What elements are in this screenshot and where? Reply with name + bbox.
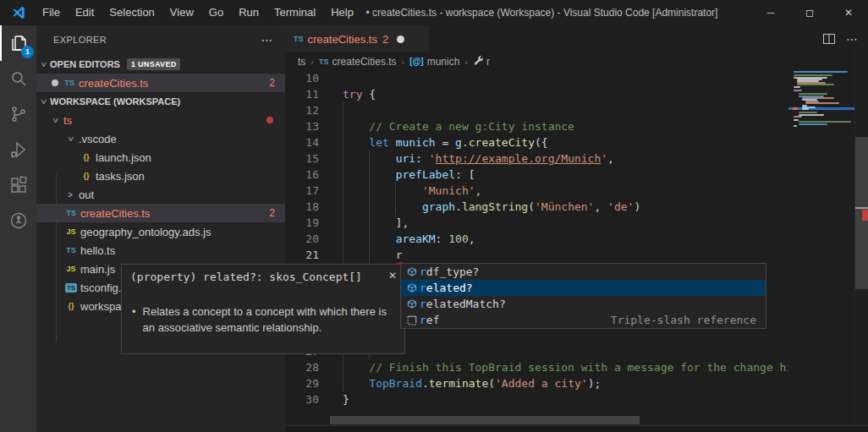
close-icon[interactable]: ✕ bbox=[388, 270, 397, 282]
horizontal-scrollbar-thumb[interactable] bbox=[330, 416, 640, 424]
code-text: ], bbox=[343, 215, 409, 231]
code-line-15[interactable]: 15 uri: 'http://example.org/Munich', bbox=[285, 150, 868, 167]
tree-item-tasks-json[interactable]: {}tasks.json bbox=[36, 167, 285, 185]
menu-go[interactable]: Go bbox=[201, 0, 231, 25]
tree-item-label: .vscode bbox=[79, 133, 117, 145]
code-line-12[interactable]: 12 bbox=[285, 102, 868, 118]
tree-item-createcities-ts[interactable]: TScreateCities.ts2 bbox=[36, 204, 285, 222]
tab-modified-dot[interactable] bbox=[397, 36, 404, 43]
problem-count: 2 bbox=[269, 207, 285, 219]
tree-item-out[interactable]: >out bbox=[36, 185, 285, 204]
code-line-29[interactable]: 29 TopBraid.terminate('Added a city'); bbox=[285, 375, 868, 391]
tab-problem-count: 2 bbox=[382, 33, 388, 46]
code-line-14[interactable]: 14 let munich = g.createCity({ bbox=[285, 134, 868, 150]
code-line-21[interactable]: 21 r bbox=[285, 247, 868, 263]
code-text: TopBraid.terminate('Added a city'); bbox=[343, 375, 601, 391]
menu-run[interactable]: Run bbox=[231, 0, 266, 25]
line-number: 11 bbox=[285, 86, 319, 102]
hover-signature: (property) related?: skos_Concept[] bbox=[122, 265, 404, 283]
tsconfig-file-icon: TS bbox=[63, 283, 79, 292]
menu-selection[interactable]: Selection bbox=[102, 0, 162, 25]
modified-dot-icon[interactable] bbox=[48, 79, 62, 86]
code-line-16[interactable]: 16 prefLabel: [ bbox=[285, 167, 868, 183]
breadcrumb-munich[interactable]: [@]munich bbox=[409, 56, 459, 68]
breadcrumb-ts[interactable]: ts bbox=[298, 56, 305, 68]
explorer-badge: 1 bbox=[21, 46, 34, 58]
overview-cursor-marker bbox=[855, 207, 868, 209]
ts-file-icon: TS bbox=[294, 35, 304, 43]
tree-item-ts[interactable]: >ts bbox=[36, 111, 285, 129]
code-line-11[interactable]: 11try { bbox=[285, 86, 868, 102]
tab-label: createCities.ts bbox=[308, 33, 377, 46]
code-text: 'Munich', bbox=[343, 183, 481, 199]
code-line-18[interactable]: 18 graph.langString('München', 'de') bbox=[285, 199, 868, 215]
suggest-item-related-[interactable]: related? bbox=[401, 280, 766, 296]
folder-error-dot bbox=[266, 117, 273, 123]
workspace-header[interactable]: > WORKSPACE (WORKSPACE) bbox=[36, 92, 285, 111]
maximize-button[interactable]: ◻ bbox=[790, 0, 829, 25]
line-number: 20 bbox=[285, 231, 319, 247]
suggest-label: relatedMatch? bbox=[420, 298, 506, 310]
code-line-19[interactable]: 19 ], bbox=[285, 215, 868, 231]
source-control-icon[interactable] bbox=[0, 96, 36, 132]
code-line-10[interactable]: 10 bbox=[285, 70, 868, 86]
tree-item--vscode[interactable]: >.vscode bbox=[36, 129, 285, 148]
vertical-scrollbar[interactable] bbox=[854, 52, 868, 425]
tree-item-hello-ts[interactable]: TShello.ts bbox=[36, 241, 285, 260]
chevron-right-icon: > bbox=[63, 190, 77, 200]
minimap[interactable] bbox=[788, 70, 854, 415]
editor-actions-icon[interactable]: ⋯ bbox=[846, 32, 858, 46]
custom-extension-icon[interactable] bbox=[0, 203, 36, 238]
suggest-item-rdf-type-[interactable]: rdf_type? bbox=[401, 264, 766, 280]
symbol-object-icon: [@] bbox=[409, 57, 423, 66]
suggest-item-relatedmatch-[interactable]: relatedMatch? bbox=[401, 296, 766, 312]
line-number: 21 bbox=[285, 247, 319, 263]
breadcrumb-r[interactable]: r bbox=[473, 55, 490, 68]
chevron-down-icon: > bbox=[66, 132, 75, 145]
code-editor[interactable]: 1011try {1213 // Create a new g:City ins… bbox=[285, 70, 868, 432]
explorer-actions-icon[interactable]: ⋯ bbox=[261, 25, 273, 55]
tab-createcities[interactable]: TS createCities.ts 2 bbox=[285, 25, 429, 52]
tree-item-launch-json[interactable]: {}launch.json bbox=[36, 148, 285, 167]
menu-edit[interactable]: Edit bbox=[68, 0, 102, 25]
tree-item-label: createCities.ts bbox=[80, 207, 150, 220]
minimap-line bbox=[794, 71, 848, 73]
symbol-snippet-icon bbox=[404, 314, 420, 327]
extensions-icon[interactable] bbox=[0, 167, 36, 203]
code-line-20[interactable]: 20 areaKM: 100, bbox=[285, 231, 868, 247]
tree-item-label: launch.json bbox=[96, 151, 151, 164]
open-editor-item[interactable]: TScreateCities.ts2 bbox=[36, 74, 285, 92]
breadcrumb-label: r bbox=[486, 56, 490, 68]
tsconfig-icon: TS bbox=[65, 283, 77, 293]
minimap-line bbox=[794, 116, 802, 118]
vscode-logo-icon bbox=[11, 5, 26, 20]
line-number: 16 bbox=[285, 167, 319, 183]
run-debug-icon[interactable] bbox=[0, 132, 36, 167]
suggest-detail: Triple-slash reference bbox=[611, 314, 763, 326]
split-editor-icon[interactable] bbox=[822, 32, 836, 46]
close-button[interactable]: ✕ bbox=[829, 0, 868, 25]
line-number: 14 bbox=[285, 134, 319, 150]
suggest-item-ref[interactable]: refTriple-slash reference bbox=[401, 312, 766, 328]
tree-item-label: out bbox=[79, 189, 94, 201]
code-line-28[interactable]: 28 // Finish this TopBraid session with … bbox=[285, 359, 868, 375]
code-line-17[interactable]: 17 'Munich', bbox=[285, 183, 868, 199]
tree-item-label: tasks.json bbox=[96, 170, 145, 183]
minimap-line bbox=[805, 102, 839, 104]
tree-item-geography-ontology-ads-js[interactable]: JSgeography_ontology.ads.js bbox=[36, 222, 285, 241]
menu-view[interactable]: View bbox=[162, 0, 201, 25]
menu-terminal[interactable]: Terminal bbox=[266, 0, 323, 25]
explorer-icon[interactable]: 1 bbox=[0, 25, 36, 61]
minimize-button[interactable]: ─ bbox=[751, 0, 790, 25]
code-text: r bbox=[343, 247, 402, 263]
code-line-13[interactable]: 13 // Create a new g:City instance bbox=[285, 118, 868, 134]
code-line-30[interactable]: 30} bbox=[285, 391, 868, 407]
chevron-down-icon: > bbox=[39, 57, 48, 71]
hover-tooltip: (property) related?: skos_Concept[] ✕ • … bbox=[121, 264, 405, 354]
menu-file[interactable]: File bbox=[35, 0, 68, 25]
search-icon[interactable] bbox=[0, 61, 36, 96]
explorer-sidebar: EXPLORER ⋯ > OPEN EDITORS 1 UNSAVED TScr… bbox=[36, 25, 285, 432]
line-number: 29 bbox=[285, 375, 319, 391]
breadcrumb-createcities-ts[interactable]: TScreateCities.ts bbox=[319, 56, 397, 68]
open-editors-header[interactable]: > OPEN EDITORS 1 UNSAVED bbox=[36, 55, 285, 74]
